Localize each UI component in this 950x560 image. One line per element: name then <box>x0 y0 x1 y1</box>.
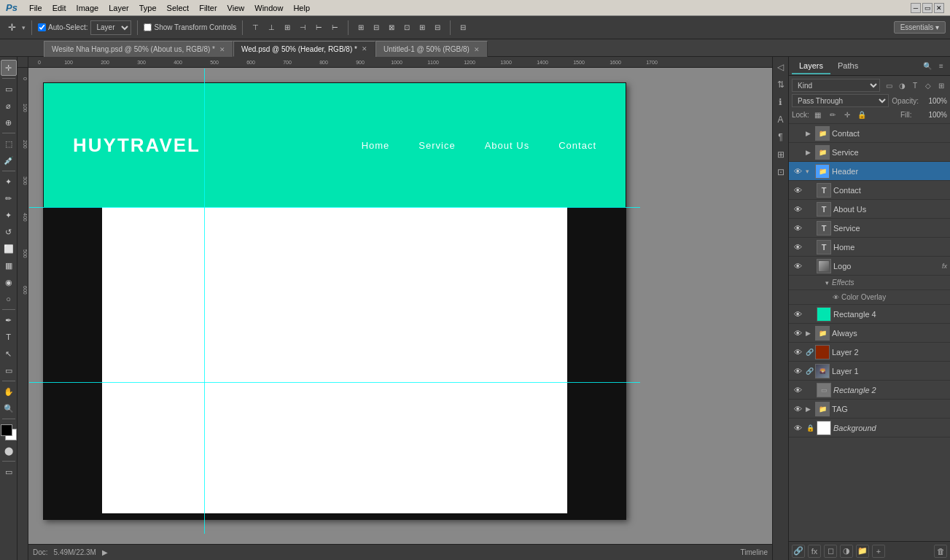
kind-select[interactable]: Kind <box>792 79 880 92</box>
layer-expand-always[interactable]: ▶ <box>806 330 813 337</box>
shape-tool[interactable]: ▭ <box>1 362 17 378</box>
panel-search-btn[interactable]: 🔍 <box>922 61 933 72</box>
hand-tool[interactable]: ✋ <box>1 384 17 400</box>
eraser-tool[interactable]: ⬜ <box>1 241 17 257</box>
autoselect-checkbox[interactable] <box>38 23 46 31</box>
layer-expand-service-group[interactable]: ▶ <box>806 149 813 156</box>
layer-item-tag[interactable]: 👁 ▶ 📁 TAG <box>789 400 950 419</box>
lasso-tool[interactable]: ⌀ <box>1 98 17 114</box>
menu-file[interactable]: File <box>25 2 47 14</box>
gradient-tool[interactable]: ▦ <box>1 257 17 273</box>
distribute-5[interactable]: ⊞ <box>416 21 429 34</box>
menu-select[interactable]: Select <box>163 2 194 14</box>
clone-stamp-tool[interactable]: ✦ <box>1 207 17 223</box>
tab-header[interactable]: Wed.psd @ 50% (Header, RGB/8) * ✕ <box>233 41 375 57</box>
tab-about-us[interactable]: Wesite Nha Hang.psd @ 50% (About us, RGB… <box>44 41 233 57</box>
align-right[interactable]: ⊢ <box>328 21 342 34</box>
history-brush-tool[interactable]: ↺ <box>1 224 17 240</box>
layer-item-contact-text[interactable]: 👁 T Contact <box>789 181 950 200</box>
move-tool-btn[interactable]: ✛ <box>4 20 20 35</box>
menu-type[interactable]: Type <box>135 2 161 14</box>
add-layer-style-btn[interactable]: fx <box>808 545 821 558</box>
eye-icon-color-overlay[interactable]: 👁 <box>833 294 839 301</box>
layer-item-rect4[interactable]: 👁 Rectangle 4 <box>789 305 950 324</box>
tab-about-us-close[interactable]: ✕ <box>219 46 225 53</box>
layer-visibility-home-text[interactable]: 👁 <box>792 241 803 253</box>
layer-effects-row[interactable]: ▾ Effects <box>789 276 950 290</box>
close-button[interactable]: ✕ <box>934 3 944 13</box>
path-selection-tool[interactable]: ↖ <box>1 346 17 362</box>
new-layer-btn[interactable]: + <box>872 545 885 558</box>
rectangular-marquee-tool[interactable]: ▭ <box>1 81 17 97</box>
filter-shape-icon[interactable]: ◇ <box>922 79 934 91</box>
link-layers-btn[interactable]: 🔗 <box>792 545 805 558</box>
layer-item-always[interactable]: 👁 ▶ 📁 Always <box>789 324 950 343</box>
filter-adjust-icon[interactable]: ◑ <box>896 79 908 91</box>
layer-item-contact-group[interactable]: 👁 ▶ 📁 Contact <box>789 124 950 143</box>
menu-edit[interactable]: Edit <box>48 2 71 14</box>
menu-view[interactable]: View <box>223 2 249 14</box>
layer-visibility-layer2[interactable]: 👁 <box>792 346 803 358</box>
layer-item-background[interactable]: 👁 🔒 Background <box>789 419 950 438</box>
zoom-tool[interactable]: 🔍 <box>1 400 17 416</box>
tab-header-close[interactable]: ✕ <box>362 45 367 52</box>
brush-tool[interactable]: ✏ <box>1 190 17 206</box>
new-fill-adjustment-btn[interactable]: ◑ <box>840 545 853 558</box>
blur-tool[interactable]: ◉ <box>1 274 17 290</box>
status-arrow[interactable]: ▶ <box>102 548 108 556</box>
layer-visibility-always[interactable]: 👁 <box>792 327 803 339</box>
layer-visibility-header[interactable]: 👁 <box>792 166 803 177</box>
show-transform-label[interactable]: Show Transform Controls <box>144 23 236 31</box>
tab-untitled-close[interactable]: ✕ <box>474 46 480 53</box>
pen-tool[interactable]: ✒ <box>1 312 17 328</box>
layer-item-layer2[interactable]: 👁 🔗 Layer 2 <box>789 343 950 362</box>
quick-selection-tool[interactable]: ⊕ <box>1 114 17 131</box>
eyedropper-tool[interactable]: 💉 <box>1 152 17 168</box>
show-transform-checkbox[interactable] <box>144 23 152 31</box>
align-top[interactable]: ⊤ <box>249 21 262 34</box>
layer-visibility-service-group[interactable]: 👁 <box>792 147 803 158</box>
panel-icon-3[interactable]: ℹ <box>774 95 788 109</box>
layer-item-logo[interactable]: 👁 Logo fx <box>789 257 950 276</box>
type-tool[interactable]: T <box>1 329 17 345</box>
distribute-2[interactable]: ⊟ <box>370 21 383 34</box>
filter-type-icon[interactable]: T <box>909 79 921 91</box>
layer-expand-contact-group[interactable]: ▶ <box>806 130 813 137</box>
layer-visibility-layer1[interactable]: 👁 <box>792 365 803 377</box>
layer-visibility-background[interactable]: 👁 <box>792 422 803 434</box>
layer-list[interactable]: 👁 ▶ 📁 Contact 👁 ▶ 📁 Service 👁 ▾ 📁 Header <box>789 124 950 541</box>
panel-icon-5[interactable]: ¶ <box>774 130 788 144</box>
layer-item-header[interactable]: 👁 ▾ 📁 Header <box>789 162 950 181</box>
layer-item-about-us[interactable]: 👁 T About Us <box>789 200 950 219</box>
layer-visibility-tag[interactable]: 👁 <box>792 403 803 415</box>
panel-icon-6[interactable]: ⊞ <box>774 147 788 162</box>
align-left[interactable]: ⊣ <box>296 21 310 34</box>
layer-visibility-rect4[interactable]: 👁 <box>792 308 803 320</box>
delete-layer-btn[interactable]: 🗑 <box>934 545 947 558</box>
layer-item-service-group[interactable]: 👁 ▶ 📁 Service <box>789 143 950 162</box>
add-mask-btn[interactable]: ◻ <box>824 545 837 558</box>
distribute-1[interactable]: ⊞ <box>354 21 367 34</box>
menu-window[interactable]: Window <box>250 2 287 14</box>
layer-item-service-text[interactable]: 👁 T Service <box>789 219 950 238</box>
menu-filter[interactable]: Filter <box>195 2 221 14</box>
blend-mode-select[interactable]: Pass Through Normal Multiply <box>792 94 889 107</box>
panel-icon-1[interactable]: ◁ <box>774 60 788 74</box>
layer-visibility-logo[interactable]: 👁 <box>792 260 803 272</box>
lock-transparent-btn[interactable]: ▦ <box>812 109 824 120</box>
essentials-button[interactable]: Essentials ▾ <box>894 21 946 34</box>
new-group-btn[interactable]: 📁 <box>856 545 869 558</box>
layer-visibility-about-us[interactable]: 👁 <box>792 203 803 215</box>
filter-pixel-icon[interactable]: ▭ <box>883 79 895 91</box>
arrange-btn[interactable]: ⊟ <box>456 21 470 34</box>
layer-item-rect2[interactable]: 👁 ▭ Rectangle 2 <box>789 381 950 400</box>
panel-icon-4[interactable]: A <box>774 112 788 127</box>
menu-image[interactable]: Image <box>72 2 104 14</box>
distribute-4[interactable]: ⊡ <box>400 21 413 34</box>
tab-layers[interactable]: Layers <box>792 58 830 74</box>
screen-mode-btn[interactable]: ▭ <box>1 464 17 480</box>
lock-pixels-btn[interactable]: ✏ <box>827 109 838 120</box>
filter-smart-icon[interactable]: ⊞ <box>935 79 947 91</box>
foreground-color-swatch[interactable] <box>1 424 12 436</box>
canvas-viewport[interactable]: HUYTRAVEL Home Service About Us Contact <box>28 68 772 544</box>
